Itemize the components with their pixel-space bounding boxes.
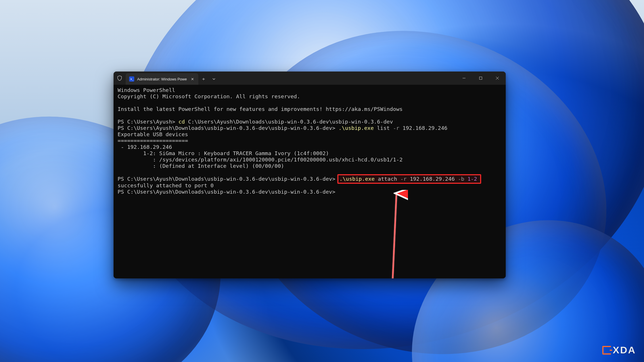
minimize-button[interactable] bbox=[456, 72, 472, 85]
cmd-ip: 192.168.29.246 bbox=[399, 125, 447, 131]
console-line: ====================== bbox=[118, 138, 188, 144]
console-line: Copyright (C) Microsoft Corporation. All… bbox=[118, 93, 300, 99]
cmd-usbip: .\usbip.exe bbox=[340, 176, 375, 182]
terminal-window: Administrator: Windows Powe ✕ ＋ Windows … bbox=[114, 72, 506, 278]
console-prompt: PS C:\Users\Ayush\Downloads\usbip-win-0.… bbox=[118, 176, 339, 182]
cmd-arg: C:\Users\Ayush\Downloads\usbip-win-0.3.6… bbox=[185, 119, 393, 125]
cmd-flag-b: -b bbox=[458, 176, 464, 182]
cmd-flag-r: -r bbox=[400, 176, 407, 182]
tab-close-button[interactable]: ✕ bbox=[190, 76, 195, 82]
svg-line-2 bbox=[391, 193, 396, 278]
highlighted-command: .\usbip.exe attach -r 192.168.29.246 -b … bbox=[338, 174, 481, 184]
cmd-cd: cd bbox=[179, 119, 185, 125]
console-prompt: PS C:\Users\Ayush\Downloads\usbip-win-0.… bbox=[118, 125, 339, 131]
annotation-arrow bbox=[385, 190, 408, 278]
tab-powershell[interactable]: Administrator: Windows Powe ✕ bbox=[126, 73, 198, 85]
close-window-button[interactable] bbox=[489, 72, 506, 85]
cmd-sub: list bbox=[374, 125, 393, 131]
xda-watermark: XDA bbox=[602, 344, 636, 356]
cmd-flag: -r bbox=[393, 125, 399, 131]
console-line: : (Defined at Interface level) (00/00/00… bbox=[118, 163, 284, 169]
xda-bracket-icon bbox=[602, 346, 611, 355]
xda-text: XDA bbox=[613, 344, 636, 356]
console-line: succesfully attached to port 0 bbox=[118, 182, 214, 188]
svg-line-1 bbox=[391, 193, 396, 278]
console-prompt: PS C:\Users\Ayush\Downloads\usbip-win-0.… bbox=[118, 189, 339, 195]
console-output[interactable]: Windows PowerShell Copyright (C) Microso… bbox=[114, 85, 506, 278]
powershell-icon bbox=[129, 76, 134, 82]
console-line: - 192.168.29.246 bbox=[118, 144, 172, 150]
console-prompt: PS C:\Users\Ayush> bbox=[118, 119, 179, 125]
console-line: 1-2: SiGma Micro : Keyboard TRACER Gamma… bbox=[118, 150, 329, 156]
console-line: Windows PowerShell bbox=[118, 87, 175, 93]
cmd-sub: attach bbox=[375, 176, 400, 182]
cmd-bus: 1-2 bbox=[464, 176, 477, 182]
console-line: Install the latest PowerShell for new fe… bbox=[118, 106, 402, 112]
titlebar[interactable]: Administrator: Windows Powe ✕ ＋ bbox=[114, 72, 506, 85]
svg-rect-0 bbox=[480, 77, 482, 80]
cmd-ip: 192.168.29.246 bbox=[407, 176, 458, 182]
new-tab-button[interactable]: ＋ bbox=[198, 73, 209, 85]
console-line: : /sys/devices/platform/axi/1000120000.p… bbox=[118, 157, 402, 163]
admin-shield-icon bbox=[114, 72, 126, 85]
tab-title: Administrator: Windows Powe bbox=[137, 77, 187, 81]
console-line: Exportable USB devices bbox=[118, 131, 188, 137]
cmd-usbip: .\usbip.exe bbox=[339, 125, 374, 131]
tab-dropdown-button[interactable] bbox=[209, 73, 219, 85]
maximize-button[interactable] bbox=[472, 72, 489, 85]
